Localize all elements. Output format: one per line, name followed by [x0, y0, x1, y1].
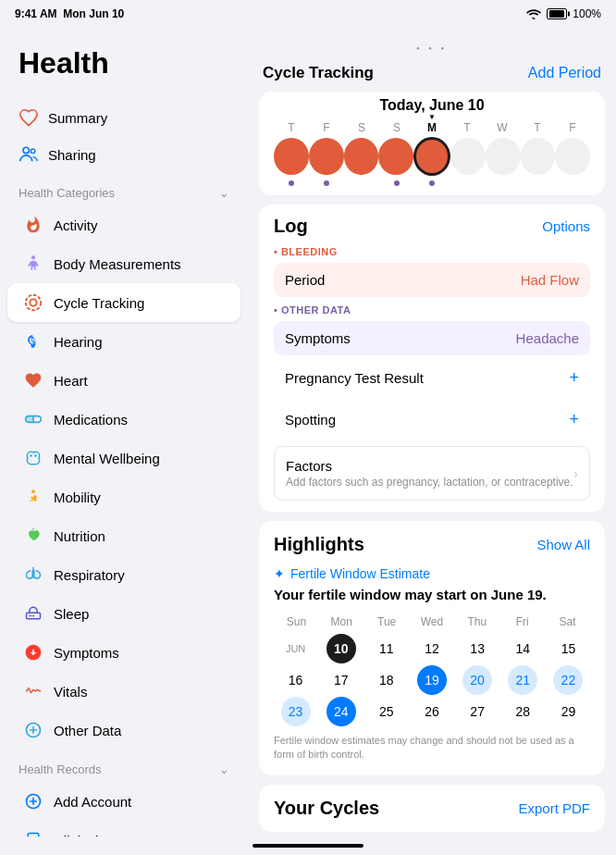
cal-day-25[interactable]: 25 — [364, 697, 408, 726]
sharing-label: Sharing — [48, 147, 96, 163]
sidebar-item-sleep[interactable]: Sleep — [7, 594, 240, 633]
heart-icon — [22, 369, 44, 391]
day-label-s2: S — [379, 121, 414, 134]
day-circle-7[interactable] — [486, 138, 521, 175]
sidebar-item-sharing[interactable]: Sharing — [0, 136, 248, 173]
sidebar-item-cycle-tracking[interactable]: Cycle Tracking — [7, 283, 240, 322]
fertile-window-tag: ✦ Fertile Window Estimate — [274, 566, 590, 581]
cal-fri: Fri — [499, 613, 545, 630]
cal-day-19[interactable]: 19 — [417, 665, 447, 695]
cal-day-29[interactable]: 29 — [547, 697, 590, 726]
dot-row — [274, 180, 590, 186]
day-circle-8[interactable] — [521, 138, 556, 175]
status-right: 100% — [526, 7, 601, 20]
log-row-pregnancy-test[interactable]: Pregnancy Test Result + — [274, 359, 590, 397]
day-circle-today[interactable] — [413, 138, 450, 175]
health-categories-header: Health Categories ⌄ — [0, 173, 248, 205]
cal-day-17[interactable]: 17 — [319, 665, 363, 695]
page-title: Cycle Tracking — [263, 64, 374, 82]
cal-day-11[interactable]: 11 — [364, 634, 408, 663]
log-row-spotting[interactable]: Spotting + — [274, 401, 590, 439]
cal-day-27[interactable]: 27 — [456, 697, 499, 726]
add-period-button[interactable]: Add Period — [528, 65, 601, 81]
factors-row[interactable]: Factors Add factors such as pregnancy, l… — [274, 446, 590, 501]
cal-day-23[interactable]: 23 — [281, 697, 311, 726]
vitals-icon — [22, 680, 44, 702]
svg-point-4 — [30, 299, 36, 305]
pregnancy-test-plus[interactable]: + — [569, 368, 579, 388]
sidebar-item-other-data[interactable]: Other Data — [7, 711, 240, 750]
cal-day-21[interactable]: 21 — [508, 665, 537, 695]
day-circle-6[interactable] — [450, 138, 486, 175]
health-records-header: Health Records ⌄ — [0, 750, 248, 782]
cal-day-16[interactable]: 16 — [274, 665, 317, 695]
categories-chevron-icon[interactable]: ⌄ — [219, 186, 229, 200]
sidebar-item-heart[interactable]: Heart — [7, 361, 240, 400]
cal-day-18[interactable]: 18 — [364, 665, 408, 695]
spotting-plus[interactable]: + — [569, 410, 579, 429]
period-value: Had Flow — [521, 272, 579, 288]
log-row-symptoms[interactable]: Symptoms Headache — [274, 321, 590, 355]
day-circle-2[interactable] — [309, 138, 344, 175]
plus-circle-icon — [22, 719, 44, 741]
main-panel: ● ● ● Cycle Tracking Add Period Today, J… — [248, 28, 616, 836]
cal-day-15[interactable]: 15 — [547, 634, 590, 663]
options-button[interactable]: Options — [542, 218, 590, 234]
lungs-icon — [22, 564, 44, 586]
records-chevron-icon[interactable]: ⌄ — [219, 762, 229, 776]
sidebar-item-nutrition[interactable]: Nutrition — [7, 516, 240, 555]
sidebar-item-medications[interactable]: Medications — [7, 400, 240, 439]
cal-day-14[interactable]: 14 — [501, 634, 545, 663]
cal-day-28[interactable]: 28 — [501, 697, 545, 726]
cycle-icon — [22, 291, 44, 314]
cal-day-26[interactable]: 26 — [410, 697, 453, 726]
cal-day-20[interactable]: 20 — [462, 665, 492, 695]
svg-rect-7 — [26, 416, 33, 423]
day-circle-1[interactable] — [274, 138, 309, 175]
day-circle-4[interactable] — [378, 138, 413, 175]
sidebar-item-hearing[interactable]: Hearing — [7, 322, 240, 361]
highlights-section: Highlights Show All ✦ Fertile Window Est… — [259, 521, 605, 775]
symptoms-icon — [22, 641, 44, 663]
day-labels: T F S S M T W T F — [274, 121, 590, 134]
export-pdf-button[interactable]: Export PDF — [518, 800, 590, 816]
sidebar-item-vitals[interactable]: Vitals — [7, 672, 240, 711]
health-categories-label: Health Categories — [18, 186, 115, 200]
nutrition-label: Nutrition — [54, 528, 105, 544]
sidebar-item-symptoms[interactable]: Symptoms — [7, 633, 240, 672]
cal-day-24[interactable]: 24 — [326, 697, 356, 726]
sidebar-item-body-measurements[interactable]: Body Measurements — [7, 244, 240, 283]
day-circle-3[interactable] — [344, 138, 379, 175]
page-header: Cycle Tracking Add Period — [248, 58, 616, 92]
day-circle-9[interactable] — [555, 138, 590, 175]
show-all-button[interactable]: Show All — [536, 537, 590, 552]
sidebar-item-summary[interactable]: Summary — [0, 99, 248, 136]
cal-tue: Tue — [364, 613, 410, 630]
sidebar-item-respiratory[interactable]: Respiratory — [7, 555, 240, 594]
cal-sun: Sun — [274, 613, 319, 630]
log-header: Log Options — [274, 216, 590, 237]
sidebar-item-mental-wellbeing[interactable]: Mental Wellbeing — [7, 439, 240, 477]
cal-day-22[interactable]: 22 — [553, 665, 583, 695]
people-icon — [18, 144, 39, 165]
your-cycles-bar: Your Cycles Export PDF — [259, 785, 605, 832]
symptoms-value: Headache — [516, 330, 579, 346]
battery-label: 100% — [573, 7, 601, 20]
sidebar-item-activity[interactable]: Activity — [7, 205, 240, 244]
cal-day-12[interactable]: 12 — [410, 634, 453, 663]
ear-icon — [22, 330, 44, 353]
sidebar-item-clinical-documents[interactable]: Clinical Documents — [7, 821, 240, 836]
svg-point-9 — [34, 454, 37, 457]
svg-point-0 — [23, 147, 29, 153]
cal-day-10[interactable]: 10 — [326, 634, 356, 663]
figure-icon — [22, 253, 44, 275]
cal-wed: Wed — [410, 613, 455, 630]
cal-day-13[interactable]: 13 — [456, 634, 499, 663]
sidebar-item-add-account[interactable]: Add Account — [7, 782, 240, 821]
log-row-period[interactable]: Period Had Flow — [274, 263, 590, 297]
vitals-label: Vitals — [54, 684, 87, 700]
cal-mon: Mon — [319, 613, 364, 630]
day-label-t2: T — [450, 121, 485, 134]
sidebar-item-mobility[interactable]: Mobility — [7, 477, 240, 516]
highlights-title: Highlights — [274, 534, 364, 555]
